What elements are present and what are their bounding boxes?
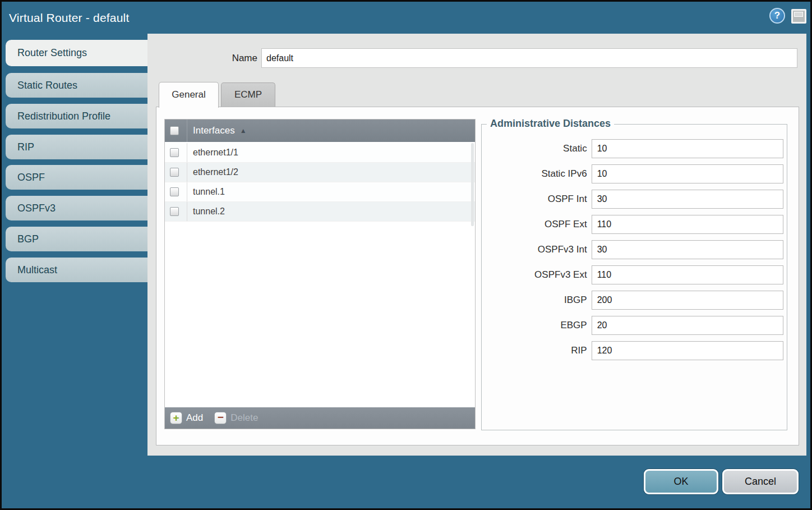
cancel-button[interactable]: Cancel xyxy=(722,469,799,494)
administrative-distances-fieldset: Administrative Distances Static Static I… xyxy=(481,124,787,430)
field-static-ipv6: Static IPv6 xyxy=(482,164,787,183)
select-all-checkbox[interactable] xyxy=(170,126,179,135)
field-ebgp: EBGP xyxy=(482,316,787,335)
ibgp-input[interactable] xyxy=(592,291,783,310)
interface-name: tunnel.1 xyxy=(193,187,225,197)
ok-button[interactable]: OK xyxy=(644,469,718,494)
delete-button[interactable]: − Delete xyxy=(214,412,258,424)
row-checkbox[interactable] xyxy=(170,187,179,196)
table-row[interactable]: ethernet1/2 xyxy=(165,163,475,182)
sidebar-item-bgp[interactable]: BGP xyxy=(6,227,147,251)
field-rip: RIP xyxy=(482,341,787,360)
field-label: Static xyxy=(482,143,587,154)
row-checkbox[interactable] xyxy=(170,168,179,177)
general-tab-panel: Interfaces ▲ ethernet1/1 ethernet1/2 tun… xyxy=(156,107,799,445)
ospf-ext-input[interactable] xyxy=(592,215,783,234)
tab-ecmp[interactable]: ECMP xyxy=(221,82,275,107)
sidebar-item-ospfv3[interactable]: OSPFv3 xyxy=(6,196,147,220)
fieldset-legend: Administrative Distances xyxy=(487,118,614,130)
dialog-title: Virtual Router - default xyxy=(9,2,130,34)
interfaces-table: Interfaces ▲ ethernet1/1 ethernet1/2 tun… xyxy=(164,119,476,429)
sidebar-item-rip[interactable]: RIP xyxy=(6,135,147,159)
row-checkbox[interactable] xyxy=(170,148,179,157)
table-row[interactable]: tunnel.2 xyxy=(165,202,475,222)
virtual-router-dialog: Virtual Router - default ? Router Settin… xyxy=(0,0,812,510)
help-icon[interactable]: ? xyxy=(769,8,785,24)
ospfv3-int-input[interactable] xyxy=(592,240,783,259)
add-button[interactable]: + Add xyxy=(170,412,203,424)
field-label: Static IPv6 xyxy=(482,168,587,180)
select-all-cell xyxy=(165,120,187,142)
table-row[interactable]: ethernet1/1 xyxy=(165,143,475,163)
interface-name: ethernet1/2 xyxy=(193,167,238,177)
window-icon[interactable] xyxy=(791,9,806,24)
table-row[interactable]: tunnel.1 xyxy=(165,182,475,202)
plus-icon: + xyxy=(170,412,182,424)
field-label: EBGP xyxy=(482,320,587,331)
table-scrollbar[interactable] xyxy=(471,143,474,226)
field-label: OSPFv3 Int xyxy=(482,244,587,255)
field-label: OSPF Int xyxy=(482,194,587,205)
sidebar-item-router-settings[interactable]: Router Settings xyxy=(6,40,147,66)
static-ipv6-input[interactable] xyxy=(592,164,783,183)
field-label: OSPFv3 Ext xyxy=(482,269,587,281)
sidebar-item-multicast[interactable]: Multicast xyxy=(6,258,147,282)
name-input[interactable] xyxy=(261,48,797,68)
field-ospfv3-ext: OSPFv3 Ext xyxy=(482,265,787,284)
row-checkbox[interactable] xyxy=(170,207,179,216)
name-label: Name xyxy=(204,48,257,68)
sidebar-item-redistribution-profile[interactable]: Redistribution Profile xyxy=(6,104,147,128)
ebgp-input[interactable] xyxy=(592,316,783,335)
tab-general[interactable]: General xyxy=(159,82,219,108)
interface-name: ethernet1/1 xyxy=(193,148,238,158)
static-input[interactable] xyxy=(592,139,783,158)
field-ospf-int: OSPF Int xyxy=(482,190,787,209)
ospfv3-ext-input[interactable] xyxy=(592,265,783,284)
field-ospf-ext: OSPF Ext xyxy=(482,215,787,234)
ospf-int-input[interactable] xyxy=(592,190,783,209)
field-label: OSPF Ext xyxy=(482,219,587,230)
sort-ascending-icon: ▲ xyxy=(240,127,247,135)
minus-icon: − xyxy=(214,412,227,424)
interfaces-header-label: Interfaces xyxy=(193,125,235,136)
field-static: Static xyxy=(482,139,787,158)
sidebar-item-static-routes[interactable]: Static Routes xyxy=(6,73,147,98)
dialog-titlebar: Virtual Router - default ? xyxy=(2,2,810,34)
sidebar-item-ospf[interactable]: OSPF xyxy=(6,165,147,190)
field-ospfv3-int: OSPFv3 Int xyxy=(482,240,787,259)
rip-input[interactable] xyxy=(592,341,783,360)
window-icon-inner xyxy=(794,12,803,17)
table-footer: + Add − Delete xyxy=(165,407,475,429)
dialog-body: Name General ECMP Interfaces ▲ ethernet1… xyxy=(147,34,806,456)
field-label: RIP xyxy=(482,345,587,356)
interface-name: tunnel.2 xyxy=(193,206,225,217)
interfaces-column-header[interactable]: Interfaces ▲ xyxy=(165,120,475,142)
field-ibgp: IBGP xyxy=(482,291,787,310)
field-label: IBGP xyxy=(482,295,587,306)
